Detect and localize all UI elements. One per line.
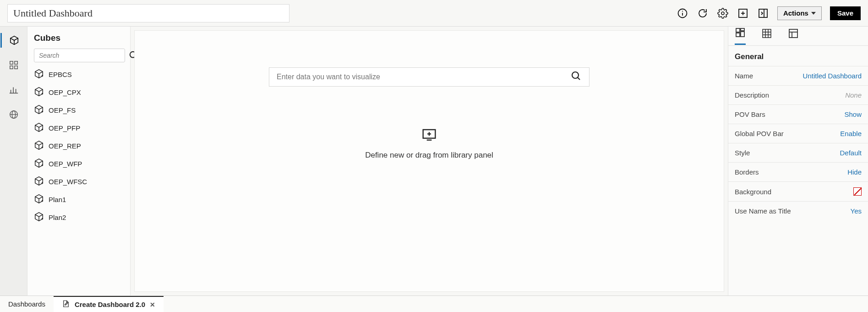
properties-list: NameUntitled DashboardDescriptionNonePOV…	[728, 66, 868, 220]
svg-rect-9	[10, 61, 12, 64]
svg-rect-11	[10, 66, 12, 69]
toolbar: Actions Save	[677, 6, 861, 20]
cube-icon	[34, 69, 44, 80]
svg-rect-47	[741, 28, 744, 31]
cube-icon	[34, 87, 44, 98]
property-key: Use Name as Title	[735, 207, 791, 215]
svg-rect-50	[763, 29, 771, 38]
property-key: Borders	[735, 168, 759, 176]
cube-item[interactable]: OEP_FS	[34, 104, 127, 116]
property-value[interactable]: Show	[844, 110, 862, 118]
cube-label: Plan2	[49, 213, 66, 221]
property-row: Global POV BarEnable	[728, 124, 868, 143]
props-tab-grid[interactable]	[761, 28, 772, 44]
cube-label: Plan1	[49, 196, 66, 203]
cube-item[interactable]: EPBCS	[34, 69, 127, 80]
properties-tabs	[728, 27, 868, 46]
property-key: POV Bars	[735, 110, 765, 118]
actions-button[interactable]: Actions	[777, 6, 822, 20]
cube-item[interactable]: OEP_WFSC	[34, 176, 127, 187]
property-key: Description	[735, 91, 769, 99]
rail-cubes[interactable]	[0, 33, 27, 48]
cube-list: EPBCSOEP_CPXOEP_FSOEP_PFPOEP_REPOEP_WFPO…	[34, 69, 127, 223]
cubes-search-input[interactable]	[34, 49, 125, 62]
property-value[interactable]: Hide	[847, 168, 862, 176]
search-icon[interactable]	[571, 71, 582, 83]
props-tab-dashboard[interactable]	[735, 27, 746, 45]
top-header: Actions Save	[0, 0, 868, 26]
cube-icon	[34, 140, 44, 152]
cube-label: OEP_WFP	[49, 160, 82, 168]
cube-item[interactable]: OEP_CPX	[34, 87, 127, 98]
collapse-panel-icon[interactable]	[757, 7, 769, 19]
property-row: Background	[728, 181, 868, 201]
settings-icon[interactable]	[717, 7, 729, 19]
property-row: Use Name as TitleYes	[728, 201, 868, 220]
background-swatch[interactable]	[853, 187, 862, 196]
svg-rect-55	[789, 29, 797, 38]
property-value[interactable]: Untitled Dashboard	[803, 72, 862, 80]
property-row: NameUntitled Dashboard	[728, 66, 868, 85]
cube-icon	[34, 158, 44, 170]
cube-item[interactable]: OEP_REP	[34, 140, 127, 152]
drop-hint-text: Define new or drag from library panel	[365, 151, 493, 160]
bottom-tab[interactable]: Create Dashboard 2.0✕	[54, 296, 164, 312]
property-value: None	[845, 91, 862, 99]
cube-label: OEP_CPX	[49, 88, 81, 96]
property-row: StyleDefault	[728, 143, 868, 162]
cube-item[interactable]: Plan2	[34, 212, 127, 223]
property-value[interactable]: Yes	[851, 207, 862, 215]
canvas-dropzone[interactable]: Define new or drag from library panel	[134, 30, 724, 292]
props-tab-layout[interactable]	[788, 28, 799, 44]
cube-icon	[34, 176, 44, 187]
left-rail	[0, 27, 27, 296]
save-button[interactable]: Save	[830, 6, 861, 20]
cube-icon	[34, 122, 44, 134]
add-visualization-icon	[422, 128, 437, 144]
cube-item[interactable]: OEP_PFP	[34, 122, 127, 134]
close-icon[interactable]: ✕	[150, 301, 155, 308]
cube-item[interactable]: OEP_WFP	[34, 158, 127, 170]
property-value[interactable]: Default	[840, 149, 862, 157]
chevron-down-icon	[811, 12, 816, 15]
rail-chart[interactable]	[0, 82, 27, 97]
svg-line-41	[578, 77, 580, 80]
svg-point-40	[572, 72, 579, 78]
cubes-panel: Cubes EPBCSOEP_CPXOEP_FSOEP_PFPOEP_REPOE…	[27, 27, 131, 296]
property-key: Name	[735, 72, 753, 80]
rail-globe[interactable]	[0, 107, 27, 122]
info-icon[interactable]	[677, 7, 688, 19]
bottom-tab-label: Dashboards	[8, 300, 45, 308]
property-row: DescriptionNone	[728, 85, 868, 104]
cube-label: EPBCS	[49, 71, 72, 78]
property-row: POV BarsShow	[728, 104, 868, 124]
bottom-tab[interactable]: Dashboards	[0, 296, 54, 312]
cube-label: OEP_REP	[49, 142, 81, 150]
actions-label: Actions	[783, 9, 808, 17]
cube-label: OEP_FS	[49, 106, 76, 114]
svg-point-3	[721, 12, 724, 15]
svg-rect-49	[736, 33, 740, 37]
property-key: Style	[735, 149, 750, 157]
svg-rect-12	[14, 66, 17, 69]
cubes-title: Cubes	[34, 33, 127, 43]
svg-rect-48	[741, 32, 744, 37]
canvas: Define new or drag from library panel	[131, 27, 728, 296]
refresh-icon[interactable]	[697, 7, 709, 19]
properties-panel: General NameUntitled DashboardDescriptio…	[728, 27, 868, 296]
property-value[interactable]: Enable	[840, 130, 862, 137]
viz-search-input[interactable]	[277, 73, 571, 81]
rail-grid[interactable]	[0, 58, 27, 72]
dashboard-title-input[interactable]	[7, 4, 289, 22]
cube-icon	[34, 212, 44, 223]
main-area: Cubes EPBCSOEP_CPXOEP_FSOEP_PFPOEP_REPOE…	[0, 26, 868, 296]
property-row: BordersHide	[728, 162, 868, 181]
svg-point-2	[682, 11, 683, 11]
cube-icon	[34, 194, 44, 205]
cube-label: OEP_WFSC	[49, 178, 87, 186]
bottom-tabs: DashboardsCreate Dashboard 2.0✕	[0, 296, 868, 312]
add-panel-icon[interactable]	[737, 7, 749, 19]
edit-doc-icon	[62, 300, 70, 309]
property-key: Global POV Bar	[735, 130, 784, 137]
cube-item[interactable]: Plan1	[34, 194, 127, 205]
